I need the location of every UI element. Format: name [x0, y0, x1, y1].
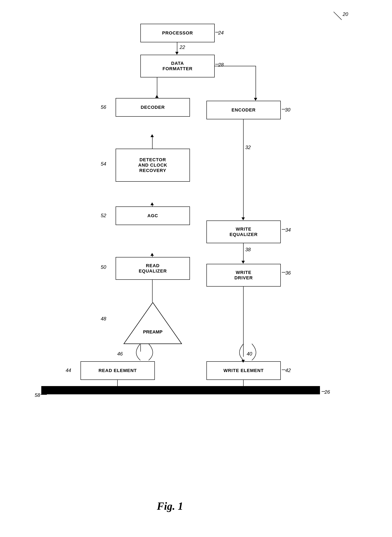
write-driver-ref: 36 — [285, 270, 291, 276]
medium-bar — [41, 386, 320, 394]
encoder-block: ENCODER — [206, 101, 281, 119]
read-element-ref: 44 — [66, 368, 71, 373]
read-equalizer-ref: 50 — [101, 264, 106, 270]
processor-ref: 24 — [218, 30, 224, 36]
write-curves — [219, 343, 277, 361]
read-equalizer-block: READ EQUALIZER — [116, 257, 190, 280]
write-equalizer-ref: 34 — [285, 227, 291, 233]
svg-text:PREAMP: PREAMP — [143, 329, 163, 334]
decoder-block: DECODER — [116, 98, 190, 117]
diagram: 20 PROCESSOR 24 22 DATA FORMATTER 28 DEC… — [0, 0, 392, 537]
ref-22: 22 — [180, 44, 185, 50]
agc-ref: 52 — [101, 213, 106, 219]
read-curves — [116, 343, 173, 361]
decoder-ref: 56 — [101, 104, 106, 110]
write-driver-block: WRITE DRIVER — [206, 264, 281, 287]
detector-block: DETECTOR AND CLOCK RECOVERY — [116, 149, 190, 182]
write-equalizer-block: WRITE EQUALIZER — [206, 220, 281, 243]
data-formatter-ref: 28 — [218, 62, 224, 68]
preamp-ref: 48 — [101, 316, 106, 322]
figure-label: Fig. 1 — [157, 500, 183, 512]
ref-20: 20 — [343, 11, 348, 17]
write-element-block: WRITE ELEMENT — [206, 361, 281, 380]
svg-marker-0 — [124, 303, 182, 344]
processor-block: PROCESSOR — [140, 24, 215, 42]
read-element-block: READ ELEMENT — [80, 361, 155, 380]
write-element-ref: 42 — [285, 368, 291, 373]
encoder-ref: 30 — [285, 107, 290, 113]
ref-38: 38 — [245, 247, 251, 252]
detector-ref: 54 — [101, 161, 106, 167]
agc-block: AGC — [116, 206, 190, 225]
ref-58: 58 — [35, 392, 40, 398]
ref-32: 32 — [245, 145, 251, 150]
medium-ref: 26 — [325, 389, 330, 395]
data-formatter-block: DATA FORMATTER — [140, 55, 215, 77]
preamp-triangle: PREAMP — [122, 300, 184, 346]
